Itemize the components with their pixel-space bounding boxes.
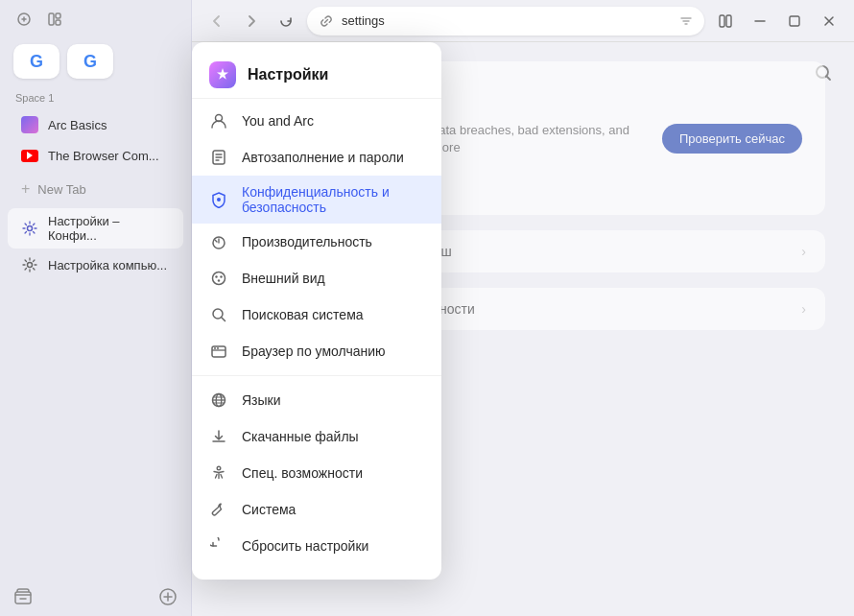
sidebar-layout-icon[interactable] — [44, 9, 65, 30]
dropdown-item-privacy[interactable]: Конфиденциальность и безопасность — [192, 176, 441, 224]
new-tab-button[interactable]: + New Tab — [8, 175, 183, 203]
sidebar-menu-icon[interactable] — [13, 9, 35, 30]
sidebar-item-browser-com[interactable]: The Browser Com... — [8, 141, 183, 170]
appearance-label: Внешний вид — [242, 271, 325, 286]
svg-point-33 — [214, 347, 216, 349]
svg-rect-1 — [49, 13, 54, 25]
svg-point-25 — [217, 198, 221, 201]
archive-icon[interactable] — [13, 587, 33, 606]
settings-comp-icon — [21, 256, 38, 273]
add-tab-icon[interactable] — [158, 587, 178, 606]
wrench-icon — [209, 500, 228, 519]
svg-point-28 — [215, 275, 217, 277]
languages-label: Языки — [242, 392, 281, 408]
plus-icon: + — [21, 180, 30, 198]
pinned-tab-google-2[interactable]: G — [67, 44, 113, 79]
svg-point-29 — [220, 275, 222, 277]
dropdown-title: Настройки — [248, 66, 328, 83]
arc-basics-label: Arc Basics — [48, 118, 107, 132]
security-description: data breaches, bad extensions, and more — [432, 123, 629, 154]
dropdown-divider — [192, 375, 441, 376]
link-icon — [319, 13, 334, 29]
svg-point-34 — [217, 347, 219, 349]
svg-rect-3 — [56, 20, 60, 25]
address-bar[interactable]: settings — [307, 7, 704, 36]
check-now-button[interactable]: Проверить сейчас — [662, 124, 802, 154]
dropdown-item-languages[interactable]: Языки — [192, 382, 441, 418]
dropdown-item-reset[interactable]: Сбросить настройки — [192, 528, 441, 564]
pinned-tab-google-1[interactable]: G — [13, 44, 59, 79]
sidebar-item-settings-comp[interactable]: Настройка компью... — [8, 250, 183, 279]
svg-rect-6 — [15, 592, 31, 604]
dropdown-item-performance[interactable]: Производительность — [192, 224, 441, 260]
dropdown-item-you-and-arc[interactable]: You and Arc — [192, 103, 441, 139]
minimize-button[interactable] — [747, 8, 773, 35]
performance-label: Производительность — [242, 234, 372, 249]
svg-point-27 — [213, 272, 225, 285]
settings-comp-label: Настройка компью... — [48, 258, 167, 272]
palette-icon — [209, 269, 228, 288]
dropdown-item-downloads[interactable]: Скачанные файлы — [192, 418, 441, 455]
refresh-button[interactable] — [273, 8, 299, 35]
privacy-label: Конфиденциальность и безопасность — [242, 184, 424, 215]
split-view-button[interactable] — [712, 8, 739, 35]
close-button[interactable] — [816, 8, 842, 35]
sidebar-top — [0, 0, 191, 38]
settings-priv-label: Настройки – Конфи... — [48, 214, 170, 243]
tune-icon[interactable] — [679, 14, 693, 28]
svg-rect-9 — [726, 15, 731, 27]
shield-icon — [209, 190, 228, 209]
sidebar-top-icons — [13, 9, 65, 30]
arrow-icon-clear: › — [801, 244, 806, 259]
pinned-tabs-row: G G — [0, 38, 191, 88]
settings-dropdown: Настройки You and Arc Автозаполнение и п… — [192, 42, 441, 580]
dropdown-item-autofill[interactable]: Автозаполнение и пароли — [192, 139, 441, 176]
dropdown-item-system[interactable]: Система — [192, 491, 441, 528]
dropdown-item-appearance[interactable]: Внешний вид — [192, 260, 441, 296]
sidebar-item-settings-priv[interactable]: Настройки – Конфи... — [8, 208, 183, 249]
system-label: Система — [242, 502, 296, 517]
sidebar-item-arc-basics[interactable]: Arc Basics — [8, 110, 183, 139]
dropdown-item-accessibility[interactable]: Спец. возможности — [192, 455, 441, 491]
browser-chrome: settings — [192, 0, 854, 42]
history-icon — [209, 536, 228, 556]
sidebar-bottom — [0, 578, 191, 616]
maximize-button[interactable] — [781, 8, 808, 35]
document-icon — [209, 148, 228, 167]
svg-rect-8 — [720, 15, 724, 27]
svg-point-37 — [217, 466, 221, 470]
svg-point-5 — [28, 263, 33, 268]
youtube-icon — [21, 147, 38, 164]
gauge-icon — [209, 232, 228, 251]
security-card-text: data breaches, bad extensions, and more — [432, 121, 647, 155]
browser-icon — [209, 342, 228, 361]
arc-basics-icon — [21, 116, 38, 133]
accessibility-icon — [209, 463, 228, 483]
dropdown-item-search[interactable]: Поисковая система — [192, 296, 441, 333]
space-label: Space 1 — [0, 88, 191, 109]
accessibility-label: Спец. возможности — [242, 465, 363, 481]
downloads-label: Скачанные файлы — [242, 429, 359, 444]
sidebar: G G Space 1 Arc Basics The Browser Com..… — [0, 0, 192, 616]
browser-com-label: The Browser Com... — [48, 149, 159, 163]
main-area: settings — [192, 0, 854, 616]
svg-rect-10 — [790, 16, 799, 26]
dropdown-bottom-spacer — [192, 564, 441, 572]
dropdown-header-icon — [209, 61, 236, 88]
arrow-icon-conf: › — [801, 301, 806, 317]
person-icon — [209, 111, 228, 130]
address-text: settings — [342, 13, 672, 28]
dropdown-item-default-browser[interactable]: Браузер по умолчанию — [192, 333, 441, 369]
default-browser-label: Браузер по умолчанию — [242, 344, 386, 359]
download-icon — [209, 427, 228, 446]
svg-point-30 — [218, 279, 220, 281]
you-and-arc-label: You and Arc — [242, 113, 314, 129]
settings-priv-icon — [21, 220, 38, 237]
search-engine-label: Поисковая система — [242, 307, 364, 322]
magnifier-icon — [209, 305, 228, 324]
globe-icon — [209, 391, 228, 410]
new-tab-label: New Tab — [37, 182, 85, 197]
svg-rect-2 — [56, 13, 60, 18]
back-button[interactable] — [203, 8, 230, 35]
forward-button[interactable] — [238, 8, 265, 35]
